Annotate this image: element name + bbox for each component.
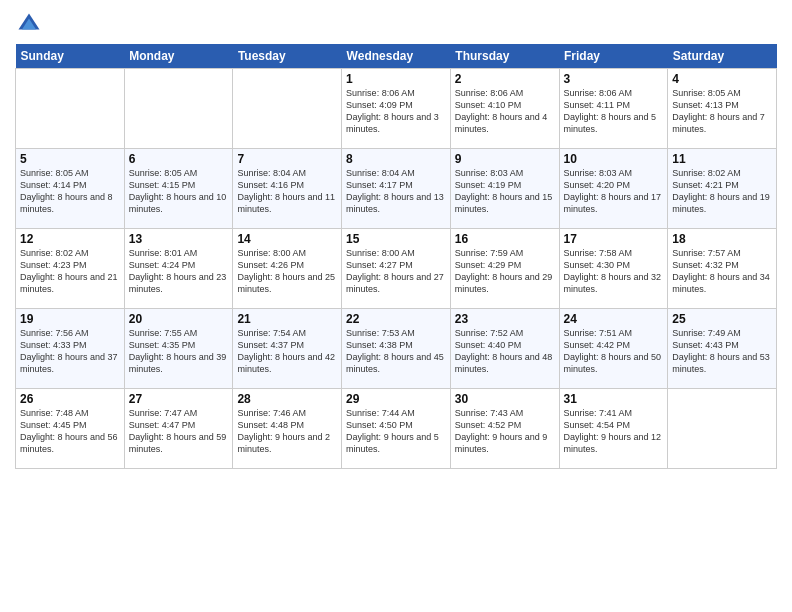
day-number: 10	[564, 152, 664, 166]
day-number: 28	[237, 392, 337, 406]
day-number: 23	[455, 312, 555, 326]
page: SundayMondayTuesdayWednesdayThursdayFrid…	[0, 0, 792, 612]
logo	[15, 10, 45, 38]
week-row-3: 12Sunrise: 8:02 AM Sunset: 4:23 PM Dayli…	[16, 229, 777, 309]
calendar-cell: 10Sunrise: 8:03 AM Sunset: 4:20 PM Dayli…	[559, 149, 668, 229]
calendar-cell: 11Sunrise: 8:02 AM Sunset: 4:21 PM Dayli…	[668, 149, 777, 229]
calendar-cell: 14Sunrise: 8:00 AM Sunset: 4:26 PM Dayli…	[233, 229, 342, 309]
calendar-cell: 30Sunrise: 7:43 AM Sunset: 4:52 PM Dayli…	[450, 389, 559, 469]
day-info: Sunrise: 7:41 AM Sunset: 4:54 PM Dayligh…	[564, 407, 664, 456]
day-number: 19	[20, 312, 120, 326]
day-number: 27	[129, 392, 229, 406]
day-info: Sunrise: 7:54 AM Sunset: 4:37 PM Dayligh…	[237, 327, 337, 376]
weekday-header-saturday: Saturday	[668, 44, 777, 69]
day-number: 5	[20, 152, 120, 166]
day-info: Sunrise: 7:46 AM Sunset: 4:48 PM Dayligh…	[237, 407, 337, 456]
day-info: Sunrise: 8:05 AM Sunset: 4:14 PM Dayligh…	[20, 167, 120, 216]
weekday-header-monday: Monday	[124, 44, 233, 69]
day-info: Sunrise: 7:48 AM Sunset: 4:45 PM Dayligh…	[20, 407, 120, 456]
day-number: 15	[346, 232, 446, 246]
day-number: 3	[564, 72, 664, 86]
day-number: 31	[564, 392, 664, 406]
day-info: Sunrise: 8:02 AM Sunset: 4:21 PM Dayligh…	[672, 167, 772, 216]
week-row-4: 19Sunrise: 7:56 AM Sunset: 4:33 PM Dayli…	[16, 309, 777, 389]
day-number: 21	[237, 312, 337, 326]
calendar-table: SundayMondayTuesdayWednesdayThursdayFrid…	[15, 44, 777, 469]
day-number: 11	[672, 152, 772, 166]
day-number: 18	[672, 232, 772, 246]
weekday-header-wednesday: Wednesday	[342, 44, 451, 69]
calendar-cell: 24Sunrise: 7:51 AM Sunset: 4:42 PM Dayli…	[559, 309, 668, 389]
day-info: Sunrise: 8:05 AM Sunset: 4:15 PM Dayligh…	[129, 167, 229, 216]
calendar-cell: 12Sunrise: 8:02 AM Sunset: 4:23 PM Dayli…	[16, 229, 125, 309]
calendar-cell: 15Sunrise: 8:00 AM Sunset: 4:27 PM Dayli…	[342, 229, 451, 309]
calendar-cell: 8Sunrise: 8:04 AM Sunset: 4:17 PM Daylig…	[342, 149, 451, 229]
day-number: 4	[672, 72, 772, 86]
day-number: 13	[129, 232, 229, 246]
calendar-cell: 2Sunrise: 8:06 AM Sunset: 4:10 PM Daylig…	[450, 69, 559, 149]
day-number: 17	[564, 232, 664, 246]
day-number: 14	[237, 232, 337, 246]
day-info: Sunrise: 8:05 AM Sunset: 4:13 PM Dayligh…	[672, 87, 772, 136]
day-info: Sunrise: 8:04 AM Sunset: 4:17 PM Dayligh…	[346, 167, 446, 216]
week-row-1: 1Sunrise: 8:06 AM Sunset: 4:09 PM Daylig…	[16, 69, 777, 149]
week-row-2: 5Sunrise: 8:05 AM Sunset: 4:14 PM Daylig…	[16, 149, 777, 229]
calendar-cell: 25Sunrise: 7:49 AM Sunset: 4:43 PM Dayli…	[668, 309, 777, 389]
day-info: Sunrise: 8:03 AM Sunset: 4:20 PM Dayligh…	[564, 167, 664, 216]
weekday-header-row: SundayMondayTuesdayWednesdayThursdayFrid…	[16, 44, 777, 69]
day-info: Sunrise: 7:49 AM Sunset: 4:43 PM Dayligh…	[672, 327, 772, 376]
day-info: Sunrise: 8:00 AM Sunset: 4:26 PM Dayligh…	[237, 247, 337, 296]
day-info: Sunrise: 7:52 AM Sunset: 4:40 PM Dayligh…	[455, 327, 555, 376]
day-number: 22	[346, 312, 446, 326]
calendar-cell: 16Sunrise: 7:59 AM Sunset: 4:29 PM Dayli…	[450, 229, 559, 309]
day-info: Sunrise: 7:51 AM Sunset: 4:42 PM Dayligh…	[564, 327, 664, 376]
day-number: 29	[346, 392, 446, 406]
day-number: 30	[455, 392, 555, 406]
calendar-cell: 29Sunrise: 7:44 AM Sunset: 4:50 PM Dayli…	[342, 389, 451, 469]
day-number: 16	[455, 232, 555, 246]
calendar-cell: 18Sunrise: 7:57 AM Sunset: 4:32 PM Dayli…	[668, 229, 777, 309]
logo-icon	[15, 10, 43, 38]
day-info: Sunrise: 8:03 AM Sunset: 4:19 PM Dayligh…	[455, 167, 555, 216]
calendar-cell: 13Sunrise: 8:01 AM Sunset: 4:24 PM Dayli…	[124, 229, 233, 309]
calendar-cell: 28Sunrise: 7:46 AM Sunset: 4:48 PM Dayli…	[233, 389, 342, 469]
calendar-cell: 26Sunrise: 7:48 AM Sunset: 4:45 PM Dayli…	[16, 389, 125, 469]
day-info: Sunrise: 8:00 AM Sunset: 4:27 PM Dayligh…	[346, 247, 446, 296]
day-info: Sunrise: 7:44 AM Sunset: 4:50 PM Dayligh…	[346, 407, 446, 456]
weekday-header-tuesday: Tuesday	[233, 44, 342, 69]
calendar-cell: 17Sunrise: 7:58 AM Sunset: 4:30 PM Dayli…	[559, 229, 668, 309]
calendar-cell: 20Sunrise: 7:55 AM Sunset: 4:35 PM Dayli…	[124, 309, 233, 389]
day-number: 24	[564, 312, 664, 326]
calendar-cell: 1Sunrise: 8:06 AM Sunset: 4:09 PM Daylig…	[342, 69, 451, 149]
calendar-cell: 31Sunrise: 7:41 AM Sunset: 4:54 PM Dayli…	[559, 389, 668, 469]
day-number: 26	[20, 392, 120, 406]
weekday-header-sunday: Sunday	[16, 44, 125, 69]
day-info: Sunrise: 8:06 AM Sunset: 4:10 PM Dayligh…	[455, 87, 555, 136]
day-info: Sunrise: 7:53 AM Sunset: 4:38 PM Dayligh…	[346, 327, 446, 376]
day-number: 2	[455, 72, 555, 86]
day-number: 6	[129, 152, 229, 166]
day-number: 8	[346, 152, 446, 166]
day-info: Sunrise: 8:06 AM Sunset: 4:09 PM Dayligh…	[346, 87, 446, 136]
calendar-cell: 4Sunrise: 8:05 AM Sunset: 4:13 PM Daylig…	[668, 69, 777, 149]
day-info: Sunrise: 8:04 AM Sunset: 4:16 PM Dayligh…	[237, 167, 337, 216]
day-number: 12	[20, 232, 120, 246]
calendar-cell: 23Sunrise: 7:52 AM Sunset: 4:40 PM Dayli…	[450, 309, 559, 389]
day-info: Sunrise: 7:47 AM Sunset: 4:47 PM Dayligh…	[129, 407, 229, 456]
calendar-cell: 7Sunrise: 8:04 AM Sunset: 4:16 PM Daylig…	[233, 149, 342, 229]
calendar-cell: 27Sunrise: 7:47 AM Sunset: 4:47 PM Dayli…	[124, 389, 233, 469]
calendar-cell: 5Sunrise: 8:05 AM Sunset: 4:14 PM Daylig…	[16, 149, 125, 229]
calendar-cell: 3Sunrise: 8:06 AM Sunset: 4:11 PM Daylig…	[559, 69, 668, 149]
day-info: Sunrise: 7:57 AM Sunset: 4:32 PM Dayligh…	[672, 247, 772, 296]
calendar-cell: 6Sunrise: 8:05 AM Sunset: 4:15 PM Daylig…	[124, 149, 233, 229]
calendar-cell	[16, 69, 125, 149]
day-info: Sunrise: 8:06 AM Sunset: 4:11 PM Dayligh…	[564, 87, 664, 136]
calendar-cell	[124, 69, 233, 149]
day-number: 1	[346, 72, 446, 86]
day-info: Sunrise: 8:01 AM Sunset: 4:24 PM Dayligh…	[129, 247, 229, 296]
day-number: 25	[672, 312, 772, 326]
calendar-cell	[233, 69, 342, 149]
day-info: Sunrise: 7:55 AM Sunset: 4:35 PM Dayligh…	[129, 327, 229, 376]
day-info: Sunrise: 7:43 AM Sunset: 4:52 PM Dayligh…	[455, 407, 555, 456]
day-number: 7	[237, 152, 337, 166]
